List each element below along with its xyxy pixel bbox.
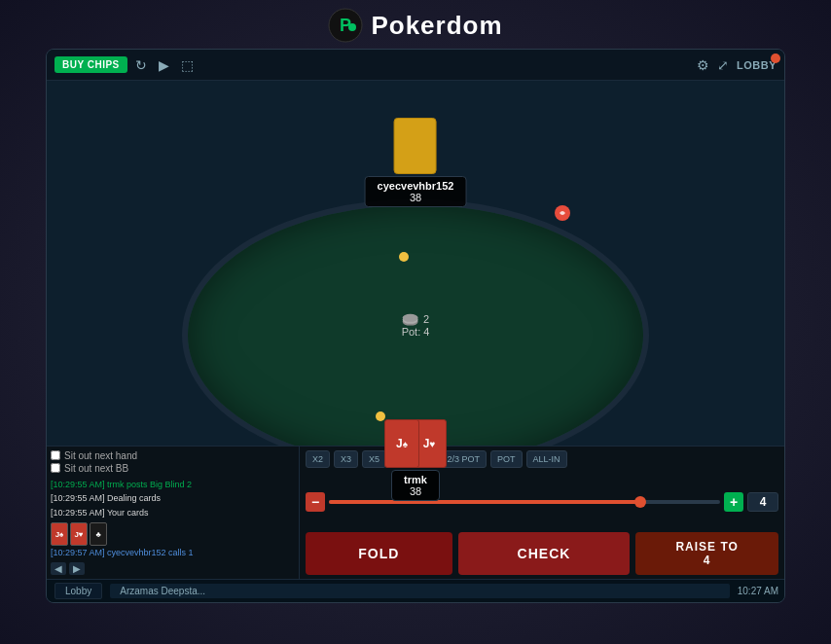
bet-x2-button[interactable]: X2 xyxy=(306,450,330,468)
chat-log: [10:29:55 AM] trmk posts Big Blind 2 [10… xyxy=(51,478,295,560)
raise-amount: 4 xyxy=(704,554,711,567)
fold-button[interactable]: FOLD xyxy=(306,532,452,575)
table-name: Arzamas Deepsta... xyxy=(110,584,729,598)
brand-bar: P Pokerdom xyxy=(0,0,831,49)
check-button[interactable]: CHECK xyxy=(458,532,631,575)
status-lobby-button[interactable]: Lobby xyxy=(54,583,102,599)
opponent-chips: 38 xyxy=(378,192,454,203)
chat-area: Sit out next hand Sit out next BB [10:29… xyxy=(47,447,300,579)
sit-out-hand-checkbox[interactable] xyxy=(51,450,60,460)
buy-chips-button[interactable]: BUY CHIPS xyxy=(54,56,127,73)
preview-card-3: ♣ xyxy=(90,522,107,546)
chat-msg-4: [10:29:57 AM] cyecvevhbr152 calls 1 xyxy=(51,546,295,560)
bet-size-row: X2 X3 X5 1/2 POT 2/3 POT POT ALL-IN xyxy=(306,450,778,468)
hero-name: trmk xyxy=(404,474,427,485)
raise-label: RAISE TO xyxy=(675,540,738,554)
status-bar: Lobby Arzamas Deepsta... 10:27 AM xyxy=(47,579,785,602)
pot-label: Pot: 4 xyxy=(402,326,430,338)
player-top: cyecvevhbr152 38 xyxy=(365,118,467,207)
slider-decrease[interactable]: − xyxy=(306,492,325,512)
chat-msg-3: [10:29:55 AM] Your cards xyxy=(51,506,295,520)
sit-out-options: Sit out next hand Sit out next BB xyxy=(51,450,295,474)
slider-increase[interactable]: + xyxy=(724,492,743,512)
action-area: X2 X3 X5 1/2 POT 2/3 POT POT ALL-IN − + … xyxy=(300,447,784,579)
opponent-info: cyecvevhbr152 38 xyxy=(365,176,467,207)
brand-name: Pokerdom xyxy=(371,11,502,41)
bet-slider-container: − + 4 xyxy=(306,472,778,532)
chips-icon xyxy=(402,312,419,326)
chat-msg-1: [10:29:55 AM] trmk posts Big Blind 2 xyxy=(51,478,295,492)
slider-thumb[interactable] xyxy=(634,496,646,508)
hero-chips: 38 xyxy=(404,485,427,497)
card-preview: J♠ J♥ ♣ xyxy=(51,522,295,546)
bet-all-in-button[interactable]: ALL-IN xyxy=(526,450,567,468)
bet-x3-button[interactable]: X3 xyxy=(334,450,358,468)
brand-icon: P xyxy=(328,8,363,43)
status-time: 10:27 AM xyxy=(738,586,778,596)
brand-logo: P Pokerdom xyxy=(328,8,502,43)
settings-icon[interactable]: ⚙ xyxy=(697,57,709,73)
hero-info: trmk 38 xyxy=(391,470,440,501)
bet-pot-button[interactable]: POT xyxy=(490,450,523,468)
action-buttons: FOLD CHECK RAISE TO 4 xyxy=(306,532,778,575)
bet-x5-button[interactable]: X5 xyxy=(362,450,386,468)
dot-top xyxy=(399,252,409,262)
pot-info: 2 Pot: 4 xyxy=(402,312,430,338)
bet-value: 4 xyxy=(747,492,778,512)
raise-button[interactable]: RAISE TO 4 xyxy=(635,532,778,575)
chat-msg-2: [10:29:55 AM] Dealing cards xyxy=(51,491,295,506)
hero-cards: J♠ J♥ xyxy=(384,419,447,468)
bet-two-thirds-pot-button[interactable]: 2/3 POT xyxy=(441,450,488,468)
exit-icon[interactable]: ⬚ xyxy=(177,55,198,75)
svg-point-6 xyxy=(403,314,418,322)
opponent-card xyxy=(394,118,437,174)
player-bottom: J♠ J♥ trmk 38 xyxy=(384,419,447,501)
hero-card-1: J♠ xyxy=(384,419,419,468)
red-icon xyxy=(555,205,570,221)
pot-chips-amount: 2 xyxy=(423,313,429,325)
opponent-name: cyecvevhbr152 xyxy=(378,180,454,192)
close-dot xyxy=(771,54,780,63)
game-window: BUY CHIPS ↻ ▶ ⬚ ⚙ ⤢ LOBBY cyecvevhbr152 … xyxy=(46,49,785,603)
expand-icon[interactable]: ⤢ xyxy=(713,55,733,75)
sit-out-bb-label[interactable]: Sit out next BB xyxy=(51,463,295,474)
table-area: cyecvevhbr152 38 2 Pot: 4 xyxy=(47,81,784,579)
preview-card-2: J♥ xyxy=(70,522,88,546)
play-icon[interactable]: ▶ xyxy=(155,55,173,75)
sit-out-hand-label[interactable]: Sit out next hand xyxy=(51,450,295,461)
refresh-icon[interactable]: ↻ xyxy=(131,55,151,75)
toolbar: BUY CHIPS ↻ ▶ ⬚ ⚙ ⤢ LOBBY xyxy=(47,50,784,81)
chat-next[interactable]: ▶ xyxy=(69,562,85,575)
sit-out-bb-checkbox[interactable] xyxy=(51,463,60,473)
preview-card-1: J♠ xyxy=(51,522,68,546)
chat-prev[interactable]: ◀ xyxy=(51,562,66,575)
svg-point-2 xyxy=(348,23,356,31)
slider-fill xyxy=(329,500,642,504)
